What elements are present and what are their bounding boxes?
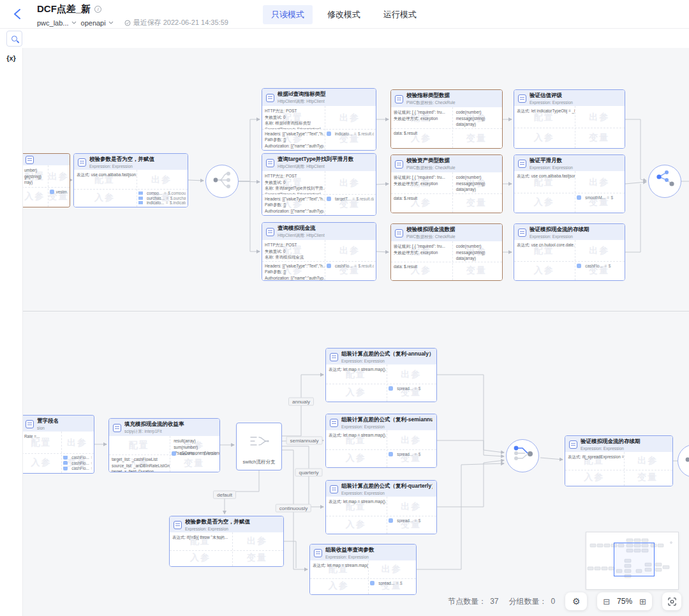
zoom-in-button[interactable]: ⊞ (639, 597, 646, 606)
output-tag: _compo...=$.compoun... (138, 192, 186, 195)
output-tag: _spread...=$ (389, 518, 434, 523)
merge-gateway-lower[interactable] (506, 439, 539, 472)
branch-gateway-icon (205, 163, 239, 199)
node-subtitle: HttpClient调用: HttpClient (278, 164, 353, 170)
node-header: 查询targetType并找到平滑月数HttpClient调用: HttpCli… (262, 154, 376, 171)
check-indicator-type-data[interactable]: 校验指标类型数据PWC数据校验: CheckRule配置出参入参变量验证规则: … (390, 89, 503, 149)
expr-node-icon (518, 160, 526, 168)
node-config-text: target_list: _cashFlowListsource_list: _… (109, 454, 170, 472)
workspace-label: pwc_lab... (37, 19, 69, 27)
node-subtitle: Expression: Expression (89, 164, 154, 169)
workspace-select[interactable]: pwc_lab... (37, 19, 77, 27)
tab-readonly-mode[interactable]: 只读模式 (263, 5, 313, 24)
node-config-text: Headers: [{"valueType":"Text","h...Path参… (262, 129, 325, 150)
quadrant-watermark: 出参 (382, 564, 402, 575)
expr-assemble-yield-query-params[interactable]: 组装收益率查询参数Expression: Expression配置出参入参变量表… (309, 544, 417, 595)
switch-branch[interactable]: switch流程分支 (236, 423, 282, 470)
check-sim-cashflow-data[interactable]: 校验模拟现金流数据PWC数据校验: CheckRule配置出参入参变量验证规则:… (390, 223, 503, 281)
http-node-icon (266, 94, 274, 102)
expr-formula-semiannualy[interactable]: 组装计算点差的公式（复利-semiannualy）Expression: Exp… (325, 414, 437, 468)
expr-verify-duration-lower[interactable]: 验证模拟现金流的存续期Expression: Expression配置出参入参变… (565, 435, 673, 486)
node-config-text: Headers: [{"valueType":"Text","h...Path参… (262, 194, 325, 215)
node-subtitle: Expression: Expression (581, 446, 641, 451)
node-title: 填充模拟现金流的收益率 (124, 421, 184, 428)
node-subtitle: Expression: Expression (341, 491, 433, 495)
flow-canvas[interactable]: 配置出参入参变量umber)ge(string)rray)vestm...=_i… (23, 48, 689, 616)
quadrant-watermark: 入参 (534, 265, 554, 276)
start-node-clipped[interactable]: 配置出参入参变量umber)ge(string)rray)vestm...=_i… (23, 153, 70, 207)
api-select[interactable]: openapi (81, 19, 114, 27)
expr-verify-duration-top[interactable]: 验证模拟现金流的存续期Expression: Expression配置出参入参变… (514, 223, 625, 281)
tab-run-mode[interactable]: 运行模式 (375, 5, 425, 24)
check-asset-type-data[interactable]: 校验资产类型数据PWC数据校验: CheckRule配置出参入参变量验证规则: … (390, 154, 503, 213)
expr-node-icon (518, 94, 526, 103)
tab-edit-mode[interactable]: 修改模式 (319, 5, 369, 24)
minimap[interactable] (586, 532, 679, 590)
info-icon[interactable]: i (94, 6, 101, 13)
http-query-indicator-type[interactable]: 根据id查询指标类型HttpClient调用: HttpClient配置出参入参… (262, 88, 376, 151)
quadrant-watermark: 入参 (329, 580, 349, 592)
back-button[interactable] (11, 8, 24, 20)
variable-chip-icon (327, 131, 331, 136)
quadrant-divider (170, 550, 283, 551)
fit-view-button[interactable] (662, 592, 681, 610)
gateway-clipped-right[interactable] (678, 444, 689, 477)
scipy-fill-cashflow-yield[interactable]: 填充模拟现金流的收益率scipy计算: interp1Fit配置出参入参变量ta… (108, 418, 220, 472)
node-body: 配置出参入参变量验证规则: [ { "required": tru...失败处理… (391, 172, 502, 213)
quadrant-watermark: 入参 (534, 197, 554, 208)
expr-verify-valuation-rating[interactable]: 验证估值评级Expression: Expression配置出参入参变量表达式:… (514, 89, 625, 149)
variable-chip-icon (138, 197, 143, 200)
node-title: 组装计算点差的公式（复利-quarterly） (341, 483, 433, 490)
node-subtitle: Expression: Expression (341, 359, 433, 363)
node-header: 校验模拟现金流数据PWC数据校验: CheckRule (391, 224, 502, 241)
node-body: 配置出参入参变量HTTP方法: POST失败重试: 0名称: 查询targetT… (262, 171, 376, 215)
switch-branch-icon (237, 423, 281, 459)
node-config-text: 验证规则: [ { "required": tru...失败处理方式: exce… (391, 172, 452, 193)
expr-check-params-lower[interactable]: 校验参数是否为空，并赋值Expression: Expression配置出参入参… (169, 516, 284, 567)
node-title: 查询模拟现金流 (278, 225, 325, 232)
quadrant-watermark: 入参 (24, 191, 45, 202)
statusbar: 节点数量： 37 分组数量： 0 ⚙ ⊟ 75% ⊞ (448, 592, 681, 610)
quadrant-watermark: 变量 (589, 132, 609, 144)
node-title: 验证模拟现金流的存续期 (581, 438, 641, 446)
search-button[interactable] (6, 31, 22, 47)
expr-formula-quarterly[interactable]: 组装计算点差的公式（复利-quarterly）Expression: Expre… (325, 480, 437, 534)
node-title: 校验参数是否为空，并赋值 (89, 156, 154, 163)
parallel-branch-gateway[interactable] (205, 165, 239, 198)
expr-check-params-top[interactable]: 校验参数是否为空，并赋值Expression: Expression配置出参入参… (73, 153, 188, 207)
node-config-text: 验证规则: [ { "required": tru...失败处理方式: exce… (391, 241, 452, 262)
node-title: 组装收益率查询参数 (325, 546, 374, 554)
expr-formula-annualy[interactable]: 组装计算点差的公式（复利-annualy）Expression: Express… (325, 348, 437, 402)
fit-view-icon (667, 597, 677, 606)
quadrant-watermark: 入参 (346, 519, 366, 530)
http-query-sim-cashflow[interactable]: 查询模拟现金流HttpClient调用: HttpClient配置出参入参变量H… (262, 222, 376, 281)
variable-chip-icon (577, 264, 581, 268)
settings-button[interactable]: ⚙ (565, 592, 587, 610)
quadrant-divider (575, 106, 575, 148)
node-header: 组装计算点差的公式（复利-annualy）Expression: Express… (326, 349, 436, 364)
node-body: 配置出参入参变量验证规则: [ { "required": tru...失败处理… (391, 107, 502, 148)
node-output-tags: _cashFlo...=InterestRate_cashFlo...=Tota… (61, 453, 94, 473)
edge-label-quarterly: quarterly (295, 469, 322, 477)
node-output-tags: _cashFlo...=$.result (170, 449, 219, 472)
http-query-target-type[interactable]: 查询targetType并找到平滑月数HttpClient调用: HttpCli… (262, 153, 376, 216)
node-output-schema: code(number)message(string)data(array) (452, 241, 502, 262)
node-config-text: 表达式: let map = stream.map()... (310, 560, 368, 578)
zoom-out-button[interactable]: ⊟ (603, 597, 610, 606)
page-title: DCF点差_新 (37, 3, 91, 15)
variable-chip-icon (370, 581, 374, 585)
variable-panel-icon[interactable]: {x} (0, 54, 22, 62)
quadrant-watermark: 出参 (48, 171, 69, 183)
expr-verify-smooth-months[interactable]: 验证平滑月数Expression: Expression配置出参入参变量表达式:… (514, 154, 625, 213)
minimap-viewport[interactable] (614, 543, 655, 576)
http-node-icon (266, 159, 274, 167)
variable-chip-icon (577, 195, 581, 200)
set-field-name-clipped[interactable]: 置字段名sion配置出参入参变量Rate =..._cashFlo...=Int… (23, 415, 94, 474)
merge-gateway-top[interactable] (648, 165, 681, 198)
variable-chip-icon (63, 456, 68, 460)
merge-gateway-icon (506, 438, 539, 474)
node-subtitle: Expression: Expression (341, 424, 433, 429)
node-header: 校验参数是否为空，并赋值Expression: Expression (170, 516, 283, 532)
node-config-text: Headers: [{"valueType":"Text","h...Path参… (262, 261, 325, 280)
node-config-text: 表达式: use com.alibaba.fastjson... (74, 170, 137, 189)
